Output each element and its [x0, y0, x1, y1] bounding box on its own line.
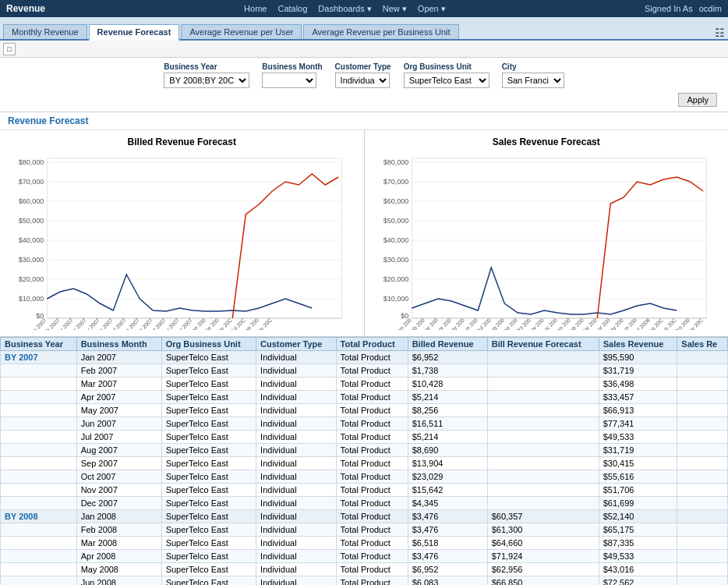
cell-col-3: Individual — [256, 391, 337, 404]
table-row: Mar 2008SuperTelco EastIndividualTotal P… — [1, 537, 728, 550]
svg-text:$30,000: $30,000 — [383, 256, 408, 264]
cell-col-5: $16,511 — [408, 417, 487, 431]
cell-col-1: Jan 2008 — [76, 510, 161, 523]
cell-business-year — [1, 523, 77, 537]
org-bu-select[interactable]: SuperTelco East SuperTelco West — [404, 73, 489, 88]
cell-col-3: Individual — [256, 364, 337, 378]
business-year-label: Business Year — [164, 62, 249, 71]
cell-business-year — [1, 391, 77, 404]
cell-col-2: SuperTelco East — [161, 537, 256, 550]
nav-home[interactable]: Home — [244, 4, 267, 14]
sales-chart-svg: $80,000 $70,000 $60,000 $50,000 $40,000 … — [371, 151, 723, 330]
cell-col-7: $66,913 — [599, 404, 677, 417]
cell-col-3: Individual — [256, 497, 337, 510]
tab-options-icon[interactable]: ☷ — [715, 27, 725, 39]
cell-col-5: $13,904 — [408, 457, 487, 470]
svg-text:$10,000: $10,000 — [383, 295, 408, 303]
cell-col-4: Total Product — [336, 523, 408, 537]
table-row: BY 2008Jan 2008SuperTelco EastIndividual… — [1, 510, 728, 523]
nav-dashboards[interactable]: Dashboards — [318, 4, 371, 14]
city-label: City — [502, 62, 564, 71]
cell-col-7: $95,590 — [599, 351, 677, 364]
cell-col-4: Total Product — [336, 470, 408, 484]
business-year-select[interactable]: BY 2008;BY 20C BY 2007 BY 2008 — [164, 73, 249, 88]
cell-col-3: Individual — [256, 563, 337, 576]
table-row: Apr 2007SuperTelco EastIndividualTotal P… — [1, 391, 728, 404]
svg-text:$10,000: $10,000 — [19, 295, 44, 303]
cell-business-year — [1, 470, 77, 484]
cell-business-year — [1, 497, 77, 510]
table-row: May 2008SuperTelco EastIndividualTotal P… — [1, 563, 728, 576]
cell-col-2: SuperTelco East — [161, 391, 256, 404]
cell-col-4: Total Product — [336, 417, 408, 431]
cell-col-6 — [487, 497, 599, 510]
cell-col-5: $3,476 — [408, 550, 487, 563]
filter-business-month: Business Month JanFebMar — [262, 62, 322, 88]
cell-col-1: Jan 2007 — [76, 351, 161, 364]
customer-type-select[interactable]: Individual Business — [335, 73, 390, 88]
cell-col-1: Jun 2007 — [76, 417, 161, 431]
cell-col-6 — [487, 417, 599, 431]
cell-col-2: SuperTelco East — [161, 444, 256, 457]
tab-avg-revenue-bu[interactable]: Average Revenue per Business Unit — [303, 24, 458, 39]
cell-col-3: Individual — [256, 537, 337, 550]
cell-col-5: $6,952 — [408, 563, 487, 576]
cell-col-2: SuperTelco East — [161, 404, 256, 417]
cell-col-7: $31,719 — [599, 444, 677, 457]
apply-button[interactable]: Apply — [678, 93, 717, 107]
cell-col-8 — [677, 378, 728, 391]
tab-monthly-revenue[interactable]: Monthly Revenue — [3, 24, 87, 39]
col-customer-type: Customer Type — [256, 338, 337, 351]
cell-col-2: SuperTelco East — [161, 470, 256, 484]
cell-col-6: $66,850 — [487, 576, 599, 586]
tab-avg-revenue-user[interactable]: Average Revenue per User — [181, 24, 302, 39]
signed-in-label: Signed In As — [645, 4, 693, 13]
business-month-select[interactable]: JanFebMar — [262, 73, 316, 88]
city-select[interactable]: San Franci Los Angeles — [502, 73, 564, 88]
cell-col-1: May 2007 — [76, 404, 161, 417]
nav-catalog[interactable]: Catalog — [277, 4, 307, 14]
cell-col-8 — [677, 391, 728, 404]
charts-area: Billed Revenue Forecast $80,000 $70,000 … — [0, 130, 728, 337]
cell-col-3: Individual — [256, 404, 337, 417]
table-row: Jul 2007SuperTelco EastIndividualTotal P… — [1, 431, 728, 444]
table-row: Nov 2007SuperTelco EastIndividualTotal P… — [1, 484, 728, 497]
table-row: Apr 2008SuperTelco EastIndividualTotal P… — [1, 550, 728, 563]
tab-bar: Monthly Revenue Revenue Forecast Average… — [0, 17, 728, 41]
cell-col-8 — [677, 497, 728, 510]
cell-col-7: $33,457 — [599, 391, 677, 404]
filter-org-bu: Org Business Unit SuperTelco East SuperT… — [404, 62, 489, 88]
cell-col-1: May 2008 — [76, 563, 161, 576]
nav-open[interactable]: Open — [418, 4, 446, 14]
cell-business-year: BY 2008 — [1, 510, 77, 523]
toolbar-print-icon[interactable]: □ — [3, 43, 16, 55]
svg-text:Oct 200: Oct 200 — [514, 317, 531, 330]
cell-col-4: Total Product — [336, 364, 408, 378]
col-business-month: Business Month — [76, 338, 161, 351]
billed-chart-title: Billed Revenue Forecast — [6, 136, 358, 147]
customer-type-label: Customer Type — [335, 62, 391, 71]
tab-revenue-forecast[interactable]: Revenue Forecast — [89, 24, 180, 41]
cell-col-5: $6,518 — [408, 537, 487, 550]
svg-text:$70,000: $70,000 — [19, 178, 44, 186]
svg-text:$40,000: $40,000 — [383, 236, 408, 244]
cell-col-1: Jun 2008 — [76, 576, 161, 586]
cell-col-5: $8,690 — [408, 444, 487, 457]
cell-col-6: $71,924 — [487, 550, 599, 563]
cell-col-4: Total Product — [336, 391, 408, 404]
cell-col-8 — [677, 510, 728, 523]
cell-col-5: $4,345 — [408, 497, 487, 510]
cell-col-5: $8,256 — [408, 404, 487, 417]
cell-col-7: $61,699 — [599, 497, 677, 510]
cell-col-2: SuperTelco East — [161, 576, 256, 586]
cell-col-4: Total Product — [336, 484, 408, 497]
svg-text:Jan 200: Jan 200 — [553, 317, 571, 330]
cell-business-year — [1, 417, 77, 431]
svg-rect-9 — [47, 158, 341, 318]
cell-col-1: Apr 2008 — [76, 550, 161, 563]
cell-col-3: Individual — [256, 417, 337, 431]
nav-new[interactable]: New — [383, 4, 407, 14]
cell-col-3: Individual — [256, 457, 337, 470]
cell-business-year — [1, 378, 77, 391]
cell-col-3: Individual — [256, 510, 337, 523]
